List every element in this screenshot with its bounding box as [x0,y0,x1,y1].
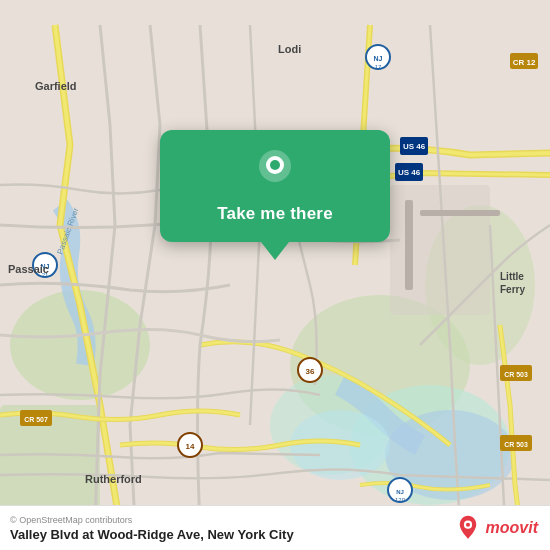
svg-text:14: 14 [186,442,195,451]
moovit-brand-text: moovit [486,519,538,537]
svg-text:CR 507: CR 507 [24,416,48,423]
svg-text:Ferry: Ferry [500,284,525,295]
svg-rect-11 [420,210,500,216]
location-name: Valley Blvd at Wood-Ridge Ave, New York … [10,527,294,542]
svg-text:36: 36 [306,367,315,376]
svg-text:NJ: NJ [396,489,404,495]
svg-point-48 [465,523,469,527]
svg-text:CR 12: CR 12 [513,58,536,67]
svg-text:Passaic: Passaic [8,263,49,275]
svg-text:CR 503: CR 503 [504,441,528,448]
svg-text:NJ: NJ [374,55,383,62]
popup-card: Take me there [160,130,390,242]
moovit-pin-icon [454,514,482,542]
svg-rect-10 [405,200,413,290]
bottom-bar: © OpenStreetMap contributors Valley Blvd… [0,505,550,550]
svg-text:US 46: US 46 [403,142,426,151]
svg-text:Lodi: Lodi [278,43,301,55]
svg-text:120: 120 [395,497,406,503]
svg-text:17: 17 [375,64,382,70]
location-pin-icon [253,148,297,192]
svg-text:Garfield: Garfield [35,80,77,92]
map-attribution: © OpenStreetMap contributors [10,515,294,525]
bottom-left: © OpenStreetMap contributors Valley Blvd… [10,515,294,542]
take-me-there-button[interactable]: Take me there [217,202,333,226]
svg-text:US 46: US 46 [398,168,421,177]
svg-text:Little: Little [500,271,524,282]
map-background: NJ 21 US 46 US 46 NJ 17 CR 12 36 14 CR 5… [0,0,550,550]
svg-text:CR 503: CR 503 [504,371,528,378]
map-container: NJ 21 US 46 US 46 NJ 17 CR 12 36 14 CR 5… [0,0,550,550]
moovit-logo: moovit [454,514,538,542]
svg-text:Rutherford: Rutherford [85,473,142,485]
